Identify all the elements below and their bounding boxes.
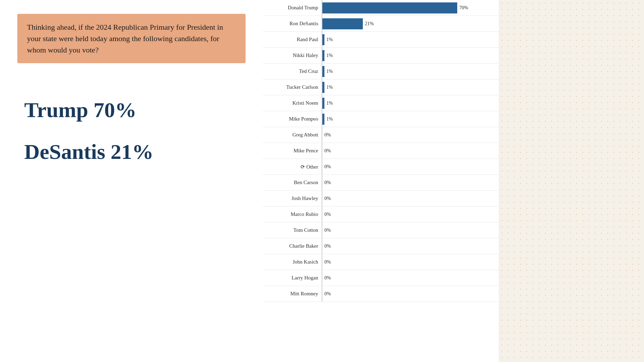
bar-value-label: 1% bbox=[326, 69, 333, 74]
chart-row: Mitt Romney0% bbox=[263, 286, 499, 302]
bar-value-label: 0% bbox=[324, 196, 331, 201]
candidate-label: Rand Paul bbox=[266, 37, 322, 42]
candidate-label: Charlie Baker bbox=[266, 243, 322, 249]
candidate-label: Mike Pence bbox=[266, 148, 322, 154]
stats-container: Trump 70% DeSantis 21% bbox=[17, 98, 154, 164]
bar-value-label: 0% bbox=[324, 212, 331, 217]
bar bbox=[322, 82, 324, 93]
desantis-stat: DeSantis 21% bbox=[24, 140, 154, 164]
bar-value-label: 70% bbox=[459, 5, 468, 11]
bar-container: 0% bbox=[322, 286, 499, 302]
bar-container: 0% bbox=[322, 159, 499, 174]
candidate-label: Greg Abbott bbox=[266, 132, 322, 138]
chart-row: Tom Cotton0% bbox=[263, 222, 499, 238]
candidate-label: Nikki Haley bbox=[266, 53, 322, 58]
candidate-label: Ben Carson bbox=[266, 180, 322, 185]
bar-value-label: 1% bbox=[326, 101, 333, 106]
chart-area: Donald Trump70%Ron DeSantis21%Rand Paul1… bbox=[263, 0, 499, 362]
bar-value-label: 1% bbox=[326, 37, 333, 42]
bar-value-label: 1% bbox=[326, 116, 333, 122]
trump-stat: Trump 70% bbox=[24, 98, 154, 122]
bar-container: 70% bbox=[322, 0, 499, 16]
candidate-label: Mitt Romney bbox=[266, 291, 322, 297]
bar-container: 0% bbox=[322, 207, 499, 222]
bar-container: 21% bbox=[322, 16, 499, 31]
candidate-label: Larry Hogan bbox=[266, 275, 322, 281]
bar-value-label: 0% bbox=[324, 228, 331, 233]
bar bbox=[322, 18, 363, 29]
bar bbox=[322, 2, 457, 13]
right-panel: Donald Trump70%Ron DeSantis21%Rand Paul1… bbox=[263, 0, 644, 362]
bar-value-label: 1% bbox=[326, 85, 333, 90]
chart-row: Mike Pompeo1% bbox=[263, 111, 499, 127]
candidate-label: Marco Rubio bbox=[266, 211, 322, 217]
chart-row: Rand Paul1% bbox=[263, 32, 499, 48]
chart-row: Josh Hawley0% bbox=[263, 191, 499, 207]
bar-container: 1% bbox=[322, 111, 499, 127]
bar-container: 0% bbox=[322, 270, 499, 286]
chart-row: Larry Hogan0% bbox=[263, 270, 499, 286]
chart-row: Ron DeSantis21% bbox=[263, 16, 499, 32]
candidate-label: Donald Trump bbox=[266, 5, 322, 11]
bar-value-label: 0% bbox=[324, 259, 331, 265]
bar-container: 0% bbox=[322, 143, 499, 159]
bar-container: 1% bbox=[322, 32, 499, 47]
bar-container: 0% bbox=[322, 127, 499, 143]
bar-value-label: 21% bbox=[365, 21, 374, 27]
bar bbox=[322, 98, 324, 109]
candidate-label: John Kasich bbox=[266, 259, 322, 265]
left-panel: Thinking ahead, if the 2024 Republican P… bbox=[0, 0, 263, 362]
chart-row: Ben Carson0% bbox=[263, 175, 499, 191]
bar-value-label: 0% bbox=[324, 180, 331, 185]
candidate-label: Mike Pompeo bbox=[266, 116, 322, 122]
dot-pattern-bg bbox=[499, 0, 644, 362]
chart-row: Kristi Noem1% bbox=[263, 95, 499, 111]
bar-container: 0% bbox=[322, 191, 499, 206]
question-box: Thinking ahead, if the 2024 Republican P… bbox=[17, 14, 246, 63]
bar bbox=[322, 114, 324, 125]
bar-container: 0% bbox=[322, 175, 499, 190]
bar-value-label: 0% bbox=[324, 164, 331, 170]
bar bbox=[322, 34, 324, 45]
candidate-label: Josh Hawley bbox=[266, 196, 322, 201]
bar-container: 1% bbox=[322, 64, 499, 79]
bar bbox=[322, 50, 324, 61]
chart-row: Tucker Carlson1% bbox=[263, 79, 499, 95]
bar-value-label: 0% bbox=[324, 291, 331, 297]
chart-row: Nikki Haley1% bbox=[263, 48, 499, 64]
bar-value-label: 1% bbox=[326, 53, 333, 58]
bar-value-label: 0% bbox=[324, 148, 331, 154]
candidate-label: ⟳ Other bbox=[266, 164, 322, 170]
chart-row: Greg Abbott0% bbox=[263, 127, 499, 143]
chart-row: Charlie Baker0% bbox=[263, 238, 499, 254]
chart-row: Ted Cruz1% bbox=[263, 64, 499, 79]
chart-row: Marco Rubio0% bbox=[263, 207, 499, 222]
chart-row: Donald Trump70% bbox=[263, 0, 499, 16]
candidate-label: Kristi Noem bbox=[266, 100, 322, 106]
bar-value-label: 0% bbox=[324, 275, 331, 281]
candidate-label: Ted Cruz bbox=[266, 68, 322, 74]
bar-container: 1% bbox=[322, 48, 499, 63]
bar-container: 1% bbox=[322, 95, 499, 111]
candidate-label: Tom Cotton bbox=[266, 227, 322, 233]
bar bbox=[322, 66, 324, 77]
bar-container: 0% bbox=[322, 222, 499, 238]
candidate-label: Tucker Carlson bbox=[266, 84, 322, 90]
question-text: Thinking ahead, if the 2024 Republican P… bbox=[27, 21, 236, 56]
bar-value-label: 0% bbox=[324, 244, 331, 249]
bar-container: 1% bbox=[322, 79, 499, 95]
bar-value-label: 0% bbox=[324, 132, 331, 138]
chart-row: ⟳ Other0% bbox=[263, 159, 499, 175]
bar-container: 0% bbox=[322, 238, 499, 254]
candidate-label: Ron DeSantis bbox=[266, 21, 322, 27]
chart-row: John Kasich0% bbox=[263, 254, 499, 270]
bar-container: 0% bbox=[322, 254, 499, 270]
chart-row: Mike Pence0% bbox=[263, 143, 499, 159]
